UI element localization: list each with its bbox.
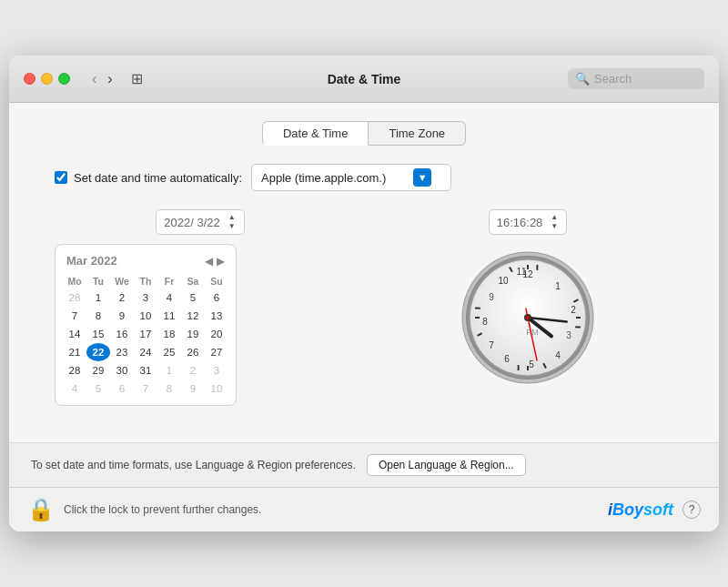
time-value: 16:16:28 xyxy=(497,216,543,229)
date-up-button[interactable]: ▲ xyxy=(228,213,237,222)
list-item[interactable]: 9 xyxy=(181,380,205,398)
auto-checkbox[interactable] xyxy=(55,171,67,184)
svg-text:3: 3 xyxy=(566,330,571,340)
calendar-body: 2812345678910111213141516171819202122232… xyxy=(63,288,228,398)
list-item[interactable]: 31 xyxy=(134,361,157,380)
minimize-button[interactable] xyxy=(41,73,53,85)
table-row: 28123456 xyxy=(63,288,228,307)
window-title: Date & Time xyxy=(328,72,401,86)
traffic-lights xyxy=(24,73,70,85)
svg-text:1: 1 xyxy=(555,281,561,291)
content-area: Date & Time Time Zone Set date and time … xyxy=(9,103,719,442)
calendar-header: Mar 2022 ◀ ▶ xyxy=(63,252,228,268)
forward-button[interactable]: › xyxy=(104,69,116,89)
iboysoft-logo: iBoysoft xyxy=(608,501,673,520)
list-item[interactable]: 13 xyxy=(205,307,228,325)
list-item[interactable]: 20 xyxy=(205,325,228,343)
server-dropdown[interactable]: Apple (time.apple.com.) ▼ xyxy=(251,164,451,191)
time-input-box[interactable]: 16:16:28 ▲ ▼ xyxy=(489,209,568,235)
list-item[interactable]: 9 xyxy=(110,307,134,325)
cal-prev-button[interactable]: ◀ xyxy=(205,255,213,268)
auto-label[interactable]: Set date and time automatically: xyxy=(55,171,242,185)
list-item[interactable]: 27 xyxy=(205,343,228,361)
titlebar: ‹ › ⊞ Date & Time 🔍 xyxy=(9,56,719,103)
list-item[interactable]: 10 xyxy=(134,307,157,325)
list-item[interactable]: 26 xyxy=(181,343,205,361)
list-item[interactable]: 6 xyxy=(205,288,228,307)
list-item[interactable]: 14 xyxy=(63,325,86,343)
svg-text:9: 9 xyxy=(489,292,494,302)
cal-th-su: Su xyxy=(205,274,228,288)
list-item[interactable]: 5 xyxy=(181,288,205,307)
list-item[interactable]: 3 xyxy=(134,288,157,307)
list-item[interactable]: 22 xyxy=(86,343,110,361)
calendar: Mar 2022 ◀ ▶ Mo Tu We Th xyxy=(55,244,237,406)
list-item[interactable]: 28 xyxy=(63,361,86,380)
back-button[interactable]: ‹ xyxy=(88,69,100,89)
table-row: 14151617181920 xyxy=(63,325,228,343)
svg-text:2: 2 xyxy=(571,305,576,315)
search-icon: 🔍 xyxy=(575,72,590,86)
list-item[interactable]: 18 xyxy=(157,325,181,343)
maximize-button[interactable] xyxy=(58,73,70,85)
list-item[interactable]: 1 xyxy=(86,288,110,307)
time-input-row: 16:16:28 ▲ ▼ xyxy=(489,209,568,235)
clock-svg: 12 1 2 3 4 5 6 7 8 9 10 11 PM xyxy=(460,249,596,386)
table-row: 45678910 xyxy=(63,380,228,398)
list-item[interactable]: 7 xyxy=(134,380,157,398)
lock-icon[interactable]: 🔒 xyxy=(27,497,55,522)
list-item[interactable]: 15 xyxy=(86,325,110,343)
list-item[interactable]: 16 xyxy=(110,325,134,343)
svg-text:11: 11 xyxy=(516,267,527,277)
list-item[interactable]: 23 xyxy=(110,343,134,361)
cal-th-we: We xyxy=(110,274,134,288)
list-item[interactable]: 19 xyxy=(181,325,205,343)
time-up-button[interactable]: ▲ xyxy=(550,213,559,222)
info-bar: To set date and time formats, use Langua… xyxy=(9,442,719,487)
list-item[interactable]: 1 xyxy=(157,361,181,380)
time-down-button[interactable]: ▼ xyxy=(550,222,559,231)
list-item[interactable]: 7 xyxy=(63,307,86,325)
date-input-row: 2022/ 3/22 ▲ ▼ xyxy=(55,209,346,235)
list-item[interactable]: 30 xyxy=(110,361,134,380)
list-item[interactable]: 4 xyxy=(63,380,86,398)
auto-row: Set date and time automatically: Apple (… xyxy=(36,164,692,191)
list-item[interactable]: 4 xyxy=(157,288,181,307)
list-item[interactable]: 25 xyxy=(157,343,181,361)
list-item[interactable]: 12 xyxy=(181,307,205,325)
tab-date-time[interactable]: Date & Time xyxy=(262,121,369,146)
list-item[interactable]: 10 xyxy=(205,380,228,398)
date-value: 2022/ 3/22 xyxy=(164,216,219,229)
open-language-button[interactable]: Open Language & Region... xyxy=(367,454,526,476)
tabs: Date & Time Time Zone xyxy=(36,121,692,146)
auto-label-text: Set date and time automatically: xyxy=(74,171,242,185)
list-item[interactable]: 11 xyxy=(157,307,181,325)
list-item[interactable]: 8 xyxy=(86,307,110,325)
date-input-box[interactable]: 2022/ 3/22 ▲ ▼ xyxy=(156,209,244,235)
list-item[interactable]: 6 xyxy=(110,380,134,398)
list-item[interactable]: 2 xyxy=(110,288,134,307)
search-box: 🔍 xyxy=(568,68,704,89)
list-item[interactable]: 29 xyxy=(86,361,110,380)
pm-label: PM xyxy=(526,328,539,337)
svg-text:10: 10 xyxy=(498,276,509,286)
table-row: 78910111213 xyxy=(63,307,228,325)
right-panel: 16:16:28 ▲ ▼ xyxy=(382,209,673,386)
list-item[interactable]: 2 xyxy=(181,361,205,380)
list-item[interactable]: 24 xyxy=(134,343,157,361)
cal-nav-buttons: ◀ ▶ xyxy=(205,252,225,268)
list-item[interactable]: 21 xyxy=(63,343,86,361)
list-item[interactable]: 5 xyxy=(86,380,110,398)
list-item[interactable]: 17 xyxy=(134,325,157,343)
list-item[interactable]: 3 xyxy=(205,361,228,380)
list-item[interactable]: 8 xyxy=(157,380,181,398)
date-down-button[interactable]: ▼ xyxy=(228,222,237,231)
close-button[interactable] xyxy=(24,73,35,85)
list-item[interactable]: 28 xyxy=(63,288,86,307)
help-button[interactable]: ? xyxy=(682,501,701,519)
tab-time-zone[interactable]: Time Zone xyxy=(369,121,466,146)
search-input[interactable] xyxy=(594,72,694,86)
calendar-grid: Mo Tu We Th Fr Sa Su 2812345678910111213… xyxy=(63,274,228,398)
cal-next-button[interactable]: ▶ xyxy=(217,255,225,268)
grid-icon[interactable]: ⊞ xyxy=(131,70,143,87)
